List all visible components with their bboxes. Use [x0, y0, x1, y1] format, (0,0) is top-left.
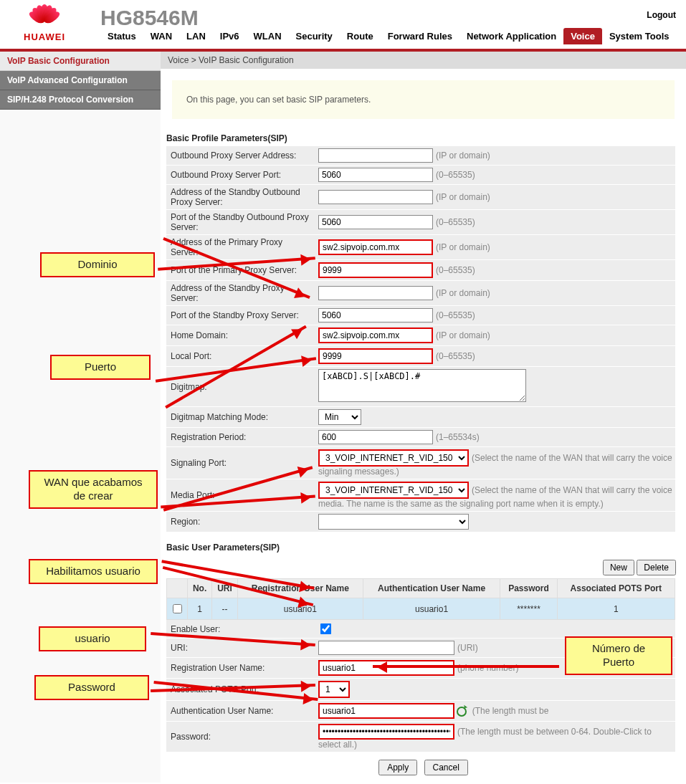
select-digitmap-mode[interactable]: Min — [318, 409, 361, 425]
select-media-port[interactable]: 3_VOIP_INTERNET_R_VID_1503 — [318, 482, 469, 499]
cancel-button[interactable]: Cancel — [424, 760, 468, 775]
delete-button[interactable]: Delete — [637, 560, 676, 575]
profile-form: Outbound Proxy Server Address: (IP or do… — [166, 146, 675, 532]
label-reg-user: Registration User Name: — [166, 658, 315, 679]
annotation-wan: WAN que acabamos de crear — [29, 470, 158, 509]
nav-lan[interactable]: LAN — [179, 28, 213, 44]
label-standby-outbound-port: Port of the Standby Outbound Proxy Serve… — [166, 210, 315, 235]
input-outbound-proxy-port[interactable] — [318, 168, 433, 182]
user-table: No. URI Registration User Name Authentic… — [166, 578, 675, 620]
cell-no: 1 — [188, 598, 212, 620]
hint: (IP or domain) — [433, 192, 490, 202]
label-media-port: Media Port: — [166, 479, 315, 512]
label-local-port: Local Port: — [166, 346, 315, 367]
select-signaling-port[interactable]: 3_VOIP_INTERNET_R_VID_1503 — [318, 449, 469, 467]
refresh-icon[interactable] — [457, 707, 467, 717]
hint: (1–65534s) — [433, 432, 480, 442]
input-digitmap[interactable]: [xABCD].S|[xABCD].# — [318, 369, 526, 402]
label-outbound-proxy-addr: Outbound Proxy Server Address: — [166, 146, 315, 166]
select-pots-port[interactable]: 1 — [318, 681, 350, 698]
sidebar-item-1[interactable]: VoIP Advanced Configuration — [0, 71, 161, 90]
nav-voice[interactable]: Voice — [563, 28, 602, 44]
hint: (IP or domain) — [433, 242, 490, 252]
cell-pwd: ******* — [500, 598, 557, 620]
table-row[interactable]: 1 -- usuario1 usuario1 ******* 1 — [167, 598, 675, 620]
label-standby-proxy-port: Port of the Standby Proxy Server: — [166, 306, 315, 325]
hint: (0–65535) — [433, 351, 475, 361]
label-user-uri: URI: — [166, 639, 315, 658]
annotation-password: Password — [34, 675, 149, 700]
input-standby-proxy-addr[interactable] — [318, 286, 433, 300]
input-auth-user[interactable] — [318, 703, 454, 719]
row-checkbox[interactable] — [173, 604, 182, 613]
hint: (0–65535) — [433, 217, 475, 227]
input-primary-proxy-addr[interactable] — [318, 239, 433, 255]
nav-route[interactable]: Route — [340, 28, 381, 44]
input-outbound-proxy-addr[interactable] — [318, 148, 433, 163]
top-nav: StatusWANLANIPv6WLANSecurityRouteForward… — [100, 28, 676, 44]
input-reg-period[interactable] — [318, 430, 433, 444]
th-pots: Associated POTS Port — [557, 579, 675, 598]
label-primary-proxy-addr: Address of the Primary Proxy Server: — [166, 235, 315, 260]
input-password[interactable] — [318, 724, 454, 740]
hint: (IP or domain) — [433, 150, 490, 161]
hint: (0–65535) — [433, 310, 475, 320]
hint: (0–65535) — [433, 265, 475, 275]
label-outbound-proxy-port: Outbound Proxy Server Port: — [166, 166, 315, 185]
header: HUAWEI HG8546M Logout StatusWANLANIPv6WL… — [0, 0, 686, 52]
label-standby-outbound-addr: Address of the Standby Outbound Proxy Se… — [166, 185, 315, 210]
section-profile-title: Basic Profile Parameters(SIP) — [161, 130, 686, 146]
sidebar-item-0[interactable]: VoIP Basic Configuration — [0, 52, 161, 71]
label-auth-user: Authentication User Name: — [166, 701, 315, 722]
hint: (IP or domain) — [433, 330, 490, 340]
label-digitmap: Digitmap: — [166, 367, 315, 407]
nav-wlan[interactable]: WLAN — [247, 28, 289, 44]
th-no: No. — [188, 579, 212, 598]
label-standby-proxy-addr: Address of the Standby Proxy Server: — [166, 281, 315, 306]
label-pots-port: Associated POTS Port: — [166, 679, 315, 701]
input-user-uri[interactable] — [318, 641, 454, 655]
vendor-text: HUAWEI — [9, 32, 80, 42]
label-reg-period: Registration Period: — [166, 428, 315, 447]
nav-network-application[interactable]: Network Application — [459, 28, 563, 44]
sidebar-item-2[interactable]: SIP/H.248 Protocol Conversion — [0, 90, 161, 110]
nav-wan[interactable]: WAN — [143, 28, 179, 44]
annotation-habilitamos: Habilitamos usuario — [29, 559, 158, 584]
cell-pots: 1 — [557, 598, 675, 620]
nav-status[interactable]: Status — [100, 28, 143, 44]
input-standby-outbound-addr[interactable] — [318, 190, 433, 204]
breadcrumb: Voice > VoIP Basic Configuration — [161, 52, 686, 69]
hint: (URI) — [454, 643, 478, 653]
select-region[interactable] — [318, 514, 469, 530]
input-reg-user[interactable] — [318, 660, 454, 676]
cell-auth: usuario1 — [363, 598, 500, 620]
label-region: Region: — [166, 512, 315, 532]
input-standby-proxy-port[interactable] — [318, 308, 433, 322]
nav-system-tools[interactable]: System Tools — [602, 28, 677, 44]
huawei-logo: HUAWEI — [9, 3, 80, 42]
label-password: Password: — [166, 722, 315, 752]
th-reg: Registration User Name — [237, 579, 363, 598]
hint: (IP or domain) — [433, 288, 490, 298]
input-home-domain[interactable] — [318, 328, 433, 343]
apply-row: Apply Cancel — [161, 752, 686, 783]
input-primary-proxy-port[interactable] — [318, 262, 433, 278]
nav-security[interactable]: Security — [289, 28, 340, 44]
nav-forward-rules[interactable]: Forward Rules — [381, 28, 459, 44]
checkbox-enable-user[interactable] — [320, 623, 332, 635]
apply-button[interactable]: Apply — [378, 760, 417, 775]
label-home-domain: Home Domain: — [166, 325, 315, 346]
user-action-bar: New Delete — [161, 555, 686, 578]
input-local-port[interactable] — [318, 348, 433, 364]
new-button[interactable]: New — [603, 560, 634, 575]
nav-ipv6[interactable]: IPv6 — [213, 28, 247, 44]
logout-link[interactable]: Logout — [647, 10, 676, 20]
model-title: HG8546M — [100, 6, 199, 30]
annotation-puerto: Puerto — [50, 355, 151, 380]
input-standby-outbound-port[interactable] — [318, 215, 433, 229]
hint: (0–65535) — [433, 170, 475, 180]
hint: (The length must be — [470, 706, 549, 716]
th-uri: URI — [212, 579, 238, 598]
cell-uri: -- — [212, 598, 238, 620]
section-user-title: Basic User Parameters(SIP) — [161, 540, 686, 555]
